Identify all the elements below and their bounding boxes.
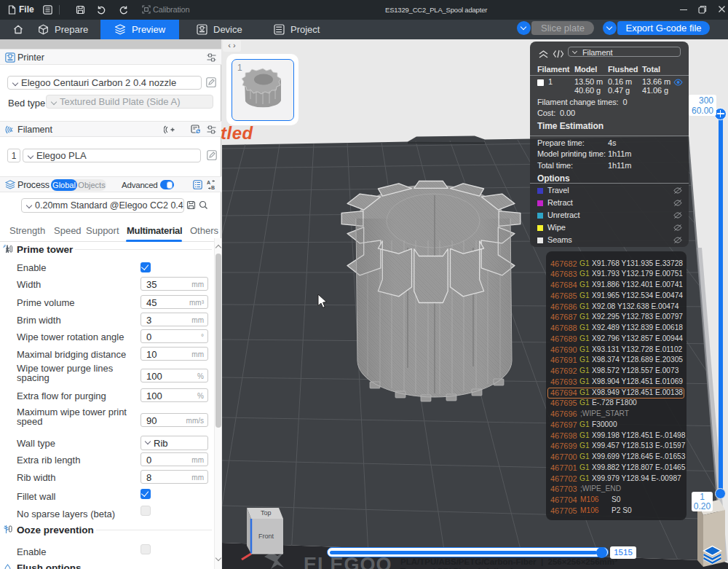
svg-text:PLA/TPU/ABS/PETG/Carbon-Fiber: PLA/TPU/ABS/PETG/Carbon-Fiber | 256×256×… [400, 557, 617, 566]
svg-text:B: B [211, 185, 215, 190]
svg-text:Front: Front [258, 533, 274, 540]
svg-text:Top: Top [261, 509, 272, 517]
svg-text:A: A [207, 180, 210, 185]
